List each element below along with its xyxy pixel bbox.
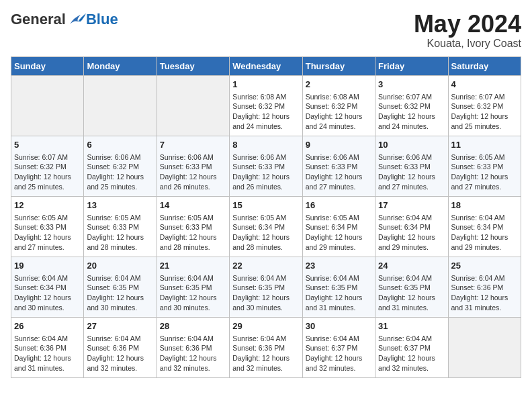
- calendar-week-row: 12Sunrise: 6:05 AM Sunset: 6:33 PM Dayli…: [11, 196, 521, 257]
- day-number: 23: [306, 260, 372, 272]
- cell-info: Sunrise: 6:06 AM Sunset: 6:33 PM Dayligh…: [306, 152, 372, 192]
- logo-blue: Blue: [86, 11, 118, 28]
- cell-info: Sunrise: 6:04 AM Sunset: 6:37 PM Dayligh…: [378, 334, 445, 373]
- cell-info: Sunrise: 6:04 AM Sunset: 6:36 PM Dayligh…: [87, 334, 153, 373]
- day-number: 10: [378, 139, 445, 151]
- logo: General Blue: [11, 11, 118, 28]
- day-number: 29: [232, 320, 299, 332]
- calendar-cell: [157, 75, 229, 136]
- day-number: 30: [306, 320, 372, 332]
- weekday-header: Monday: [84, 56, 157, 75]
- day-number: 1: [232, 79, 299, 91]
- logo-bird-icon: [67, 12, 86, 27]
- logo-general: General: [11, 11, 66, 28]
- location-title: Kouata, Ivory Coast: [414, 38, 521, 50]
- day-number: 26: [14, 320, 81, 332]
- calendar-cell: 14Sunrise: 6:05 AM Sunset: 6:33 PM Dayli…: [157, 196, 229, 257]
- calendar-cell: 20Sunrise: 6:04 AM Sunset: 6:35 PM Dayli…: [84, 257, 157, 317]
- day-number: 15: [232, 199, 299, 212]
- calendar-cell: 21Sunrise: 6:04 AM Sunset: 6:35 PM Dayli…: [157, 257, 229, 317]
- day-number: 6: [87, 139, 153, 151]
- day-number: 3: [378, 79, 445, 91]
- weekday-header: Saturday: [448, 56, 521, 75]
- cell-info: Sunrise: 6:06 AM Sunset: 6:33 PM Dayligh…: [160, 152, 226, 192]
- cell-info: Sunrise: 6:04 AM Sunset: 6:36 PM Dayligh…: [451, 273, 518, 313]
- cell-info: Sunrise: 6:06 AM Sunset: 6:32 PM Dayligh…: [87, 152, 153, 192]
- day-number: 7: [160, 139, 226, 151]
- calendar-cell: 25Sunrise: 6:04 AM Sunset: 6:36 PM Dayli…: [448, 257, 521, 317]
- day-number: 19: [14, 260, 81, 272]
- day-number: 2: [306, 79, 372, 91]
- day-number: 12: [14, 199, 81, 212]
- day-number: 4: [451, 79, 518, 91]
- day-number: 22: [232, 260, 299, 272]
- cell-info: Sunrise: 6:07 AM Sunset: 6:32 PM Dayligh…: [378, 92, 445, 132]
- weekday-header: Thursday: [302, 56, 375, 75]
- calendar-cell: 7Sunrise: 6:06 AM Sunset: 6:33 PM Daylig…: [157, 136, 229, 196]
- calendar-cell: 5Sunrise: 6:07 AM Sunset: 6:32 PM Daylig…: [11, 136, 84, 196]
- calendar-cell: 16Sunrise: 6:05 AM Sunset: 6:34 PM Dayli…: [302, 196, 375, 257]
- day-number: 13: [87, 199, 153, 212]
- cell-info: Sunrise: 6:04 AM Sunset: 6:34 PM Dayligh…: [378, 213, 445, 253]
- day-number: 25: [451, 260, 518, 272]
- month-title: May 2024: [414, 11, 521, 38]
- weekday-header: Sunday: [11, 56, 84, 75]
- cell-info: Sunrise: 6:04 AM Sunset: 6:35 PM Dayligh…: [306, 273, 372, 313]
- calendar-cell: [84, 75, 157, 136]
- title-block: May 2024 Kouata, Ivory Coast: [414, 11, 521, 50]
- day-number: 20: [87, 260, 153, 272]
- day-number: 27: [87, 320, 153, 332]
- weekday-header: Friday: [375, 56, 448, 75]
- cell-info: Sunrise: 6:04 AM Sunset: 6:35 PM Dayligh…: [160, 273, 226, 313]
- calendar-cell: [11, 75, 84, 136]
- day-number: 11: [451, 139, 518, 151]
- cell-info: Sunrise: 6:05 AM Sunset: 6:33 PM Dayligh…: [87, 213, 153, 253]
- calendar-header-row: SundayMondayTuesdayWednesdayThursdayFrid…: [11, 56, 521, 75]
- calendar-cell: 30Sunrise: 6:04 AM Sunset: 6:37 PM Dayli…: [302, 317, 375, 377]
- calendar-cell: 27Sunrise: 6:04 AM Sunset: 6:36 PM Dayli…: [84, 317, 157, 377]
- day-number: 24: [378, 260, 445, 272]
- cell-info: Sunrise: 6:05 AM Sunset: 6:33 PM Dayligh…: [14, 213, 81, 253]
- day-number: 14: [160, 199, 226, 212]
- cell-info: Sunrise: 6:06 AM Sunset: 6:33 PM Dayligh…: [378, 152, 445, 192]
- calendar-cell: 13Sunrise: 6:05 AM Sunset: 6:33 PM Dayli…: [84, 196, 157, 257]
- cell-info: Sunrise: 6:04 AM Sunset: 6:36 PM Dayligh…: [232, 334, 299, 373]
- calendar-week-row: 5Sunrise: 6:07 AM Sunset: 6:32 PM Daylig…: [11, 136, 521, 196]
- cell-info: Sunrise: 6:04 AM Sunset: 6:35 PM Dayligh…: [87, 273, 153, 313]
- calendar-cell: 3Sunrise: 6:07 AM Sunset: 6:32 PM Daylig…: [375, 75, 448, 136]
- calendar-cell: 12Sunrise: 6:05 AM Sunset: 6:33 PM Dayli…: [11, 196, 84, 257]
- calendar-cell: 6Sunrise: 6:06 AM Sunset: 6:32 PM Daylig…: [84, 136, 157, 196]
- calendar-cell: 4Sunrise: 6:07 AM Sunset: 6:32 PM Daylig…: [448, 75, 521, 136]
- cell-info: Sunrise: 6:05 AM Sunset: 6:34 PM Dayligh…: [232, 213, 299, 253]
- day-number: 9: [306, 139, 372, 151]
- calendar-cell: 31Sunrise: 6:04 AM Sunset: 6:37 PM Dayli…: [375, 317, 448, 377]
- calendar-table: SundayMondayTuesdayWednesdayThursdayFrid…: [11, 56, 521, 378]
- cell-info: Sunrise: 6:08 AM Sunset: 6:32 PM Dayligh…: [232, 92, 299, 132]
- calendar-cell: 23Sunrise: 6:04 AM Sunset: 6:35 PM Dayli…: [302, 257, 375, 317]
- calendar-cell: 2Sunrise: 6:08 AM Sunset: 6:32 PM Daylig…: [302, 75, 375, 136]
- day-number: 18: [451, 199, 518, 212]
- day-number: 21: [160, 260, 226, 272]
- cell-info: Sunrise: 6:04 AM Sunset: 6:37 PM Dayligh…: [306, 334, 372, 373]
- cell-info: Sunrise: 6:05 AM Sunset: 6:33 PM Dayligh…: [160, 213, 226, 253]
- weekday-header: Tuesday: [157, 56, 229, 75]
- calendar-cell: 24Sunrise: 6:04 AM Sunset: 6:35 PM Dayli…: [375, 257, 448, 317]
- calendar-week-row: 19Sunrise: 6:04 AM Sunset: 6:34 PM Dayli…: [11, 257, 521, 317]
- calendar-cell: 26Sunrise: 6:04 AM Sunset: 6:36 PM Dayli…: [11, 317, 84, 377]
- day-number: 5: [14, 139, 81, 151]
- calendar-cell: 11Sunrise: 6:05 AM Sunset: 6:33 PM Dayli…: [448, 136, 521, 196]
- cell-info: Sunrise: 6:07 AM Sunset: 6:32 PM Dayligh…: [14, 152, 81, 192]
- page-header: General Blue May 2024 Kouata, Ivory Coas…: [11, 11, 521, 50]
- cell-info: Sunrise: 6:04 AM Sunset: 6:34 PM Dayligh…: [14, 273, 81, 313]
- calendar-cell: 28Sunrise: 6:04 AM Sunset: 6:36 PM Dayli…: [157, 317, 229, 377]
- calendar-cell: 17Sunrise: 6:04 AM Sunset: 6:34 PM Dayli…: [375, 196, 448, 257]
- cell-info: Sunrise: 6:04 AM Sunset: 6:34 PM Dayligh…: [451, 213, 518, 253]
- calendar-cell: 22Sunrise: 6:04 AM Sunset: 6:35 PM Dayli…: [230, 257, 302, 317]
- day-number: 28: [160, 320, 226, 332]
- cell-info: Sunrise: 6:07 AM Sunset: 6:32 PM Dayligh…: [451, 92, 518, 132]
- day-number: 31: [378, 320, 445, 332]
- cell-info: Sunrise: 6:06 AM Sunset: 6:33 PM Dayligh…: [232, 152, 299, 192]
- cell-info: Sunrise: 6:08 AM Sunset: 6:32 PM Dayligh…: [306, 92, 372, 132]
- cell-info: Sunrise: 6:04 AM Sunset: 6:35 PM Dayligh…: [378, 273, 445, 313]
- calendar-cell: 10Sunrise: 6:06 AM Sunset: 6:33 PM Dayli…: [375, 136, 448, 196]
